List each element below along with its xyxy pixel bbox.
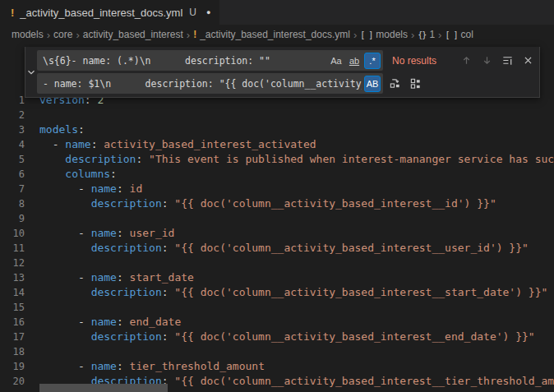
find-replace-widget: \s{6}- name: (.*)\n description: "" Aa a… bbox=[25, 47, 540, 98]
code-text bbox=[25, 108, 554, 122]
symbol-array-icon: [ ] bbox=[360, 30, 372, 39]
code-line[interactable]: 4 - name: activity_based_interest_activa… bbox=[0, 137, 554, 152]
code-text: - name: user_id bbox=[25, 226, 554, 241]
replace-all-button[interactable] bbox=[406, 75, 424, 93]
code-line[interactable]: 16 - name: end_date bbox=[0, 315, 554, 330]
code-line[interactable]: 13 - name: start_date bbox=[0, 270, 554, 285]
code-text: columns: bbox=[25, 167, 554, 182]
code-line[interactable]: 19 - name: tier_threshold_amount bbox=[0, 359, 554, 374]
code-text: - name: tier_threshold_amount bbox=[25, 359, 554, 374]
breadcrumb-item[interactable]: activity_based_interest bbox=[83, 29, 183, 40]
breadcrumb-separator-icon: › bbox=[187, 29, 190, 41]
horizontal-scrollbar-thumb[interactable] bbox=[39, 384, 168, 392]
chevron-down-icon bbox=[25, 67, 37, 78]
line-number: 3 bbox=[0, 122, 25, 137]
code-line[interactable]: 14 description: "{{ doc('column__activit… bbox=[0, 285, 554, 300]
previous-match-button[interactable] bbox=[457, 52, 475, 70]
code-text: - name: id bbox=[25, 182, 554, 196]
code-line[interactable]: 18 bbox=[0, 344, 554, 359]
code-line[interactable]: 12 bbox=[0, 256, 554, 270]
code-text: description: "{{ doc('column__activity_b… bbox=[25, 330, 554, 344]
replace-input[interactable]: - name: $1\n description: "{{ doc('colum… bbox=[37, 73, 383, 94]
find-results-count: No results bbox=[392, 55, 450, 67]
find-input[interactable]: \s{6}- name: (.*)\n description: "" Aa a… bbox=[37, 50, 383, 71]
breadcrumb-separator-icon: › bbox=[76, 29, 79, 41]
line-number: 13 bbox=[0, 270, 25, 285]
code-text bbox=[25, 344, 554, 359]
breadcrumb-item[interactable]: core bbox=[53, 29, 72, 40]
breadcrumb-separator-icon: › bbox=[438, 29, 441, 41]
code-text: - name: end_date bbox=[25, 315, 554, 330]
code-text bbox=[25, 256, 554, 270]
tab-bar: ! _activity_based_interest_docs.yml U ● bbox=[0, 0, 554, 25]
breadcrumb-separator-icon: › bbox=[47, 29, 50, 41]
breadcrumb: models›core›activity_based_interest›!_ac… bbox=[0, 25, 554, 44]
editor-tab[interactable]: ! _activity_based_interest_docs.yml U ● bbox=[0, 0, 219, 25]
code-line[interactable]: 5 description: "This event is published … bbox=[0, 152, 554, 167]
code-line[interactable]: 7 - name: id bbox=[0, 182, 554, 196]
breadcrumb-item[interactable]: [ ]col bbox=[445, 29, 473, 40]
preserve-case-toggle[interactable]: AB bbox=[364, 76, 381, 92]
dirty-indicator-icon[interactable]: ● bbox=[206, 8, 210, 16]
breadcrumb-item[interactable]: [ ]models bbox=[360, 29, 408, 40]
line-number: 8 bbox=[0, 196, 25, 211]
line-number: 12 bbox=[0, 256, 25, 270]
code-text: models: bbox=[25, 122, 554, 137]
code-line[interactable]: 15 bbox=[0, 300, 554, 315]
file-warning-icon: ! bbox=[11, 7, 14, 19]
code-line[interactable]: 17 description: "{{ doc('column__activit… bbox=[0, 330, 554, 344]
line-number: 19 bbox=[0, 359, 25, 374]
breadcrumb-separator-icon: › bbox=[411, 29, 414, 41]
breadcrumb-label: core bbox=[53, 29, 72, 40]
breadcrumb-label: models bbox=[12, 29, 44, 40]
line-number: 14 bbox=[0, 285, 25, 300]
code-line[interactable]: 8 description: "{{ doc('column__activity… bbox=[0, 196, 554, 211]
code-text bbox=[25, 211, 554, 226]
replace-button[interactable] bbox=[385, 75, 404, 93]
next-match-button[interactable] bbox=[478, 52, 496, 70]
code-text: description: "{{ doc('column__activity_b… bbox=[25, 196, 554, 211]
code-text: - name: activity_based_interest_activate… bbox=[25, 137, 554, 152]
git-status-badge: U bbox=[189, 7, 196, 18]
breadcrumb-label: _activity_based_interest_docs.yml bbox=[200, 29, 350, 40]
line-number: 18 bbox=[0, 344, 25, 359]
breadcrumb-label: activity_based_interest bbox=[83, 29, 183, 40]
breadcrumb-item[interactable]: {}1 bbox=[418, 29, 435, 40]
breadcrumb-item[interactable]: models bbox=[12, 29, 44, 40]
close-button[interactable] bbox=[519, 52, 537, 70]
line-number: 11 bbox=[0, 241, 25, 256]
find-input-value: \s{6}- name: (.*)\n description: "" bbox=[37, 55, 325, 67]
code-line[interactable]: 10 - name: user_id bbox=[0, 226, 554, 241]
line-number: 2 bbox=[0, 108, 25, 122]
vscode-window: ! _activity_based_interest_docs.yml U ● … bbox=[0, 0, 554, 392]
match-case-toggle[interactable]: Aa bbox=[328, 53, 344, 69]
regex-toggle[interactable]: .* bbox=[364, 53, 381, 69]
line-number: 9 bbox=[0, 211, 25, 226]
breadcrumb-label: col bbox=[460, 29, 473, 40]
warning-file-icon: ! bbox=[193, 29, 196, 40]
symbol-array-icon: [ ] bbox=[445, 30, 457, 39]
code-text: description: "This event is published wh… bbox=[25, 152, 554, 167]
find-in-selection-button[interactable] bbox=[498, 52, 516, 70]
code-text: description: "{{ doc('column__activity_b… bbox=[25, 241, 554, 256]
code-line[interactable]: 3models: bbox=[0, 122, 554, 137]
tab-title: _activity_based_interest_docs.yml bbox=[20, 7, 182, 19]
line-number: 6 bbox=[0, 167, 25, 182]
line-number: 16 bbox=[0, 315, 25, 330]
line-number: 17 bbox=[0, 330, 25, 344]
whole-word-toggle[interactable]: ab bbox=[346, 53, 362, 69]
code-line[interactable]: 9 bbox=[0, 211, 554, 226]
breadcrumb-item[interactable]: !_activity_based_interest_docs.yml bbox=[193, 29, 350, 40]
breadcrumb-separator-icon: › bbox=[353, 29, 357, 41]
code-text: description: "{{ doc('column__activity_b… bbox=[25, 285, 554, 300]
code-line[interactable]: 6 columns: bbox=[0, 167, 554, 182]
symbol-object-icon: {} bbox=[418, 30, 426, 39]
line-number: 5 bbox=[0, 152, 25, 167]
code-line[interactable]: 11 description: "{{ doc('column__activit… bbox=[0, 241, 554, 256]
breadcrumb-label: 1 bbox=[429, 29, 435, 40]
toggle-replace-button[interactable] bbox=[25, 47, 37, 97]
replace-input-value: - name: $1\n description: "{{ doc('colum… bbox=[37, 78, 362, 90]
code-text bbox=[25, 300, 554, 315]
code-line[interactable]: 2 bbox=[0, 108, 554, 122]
code-text: - name: start_date bbox=[25, 270, 554, 285]
